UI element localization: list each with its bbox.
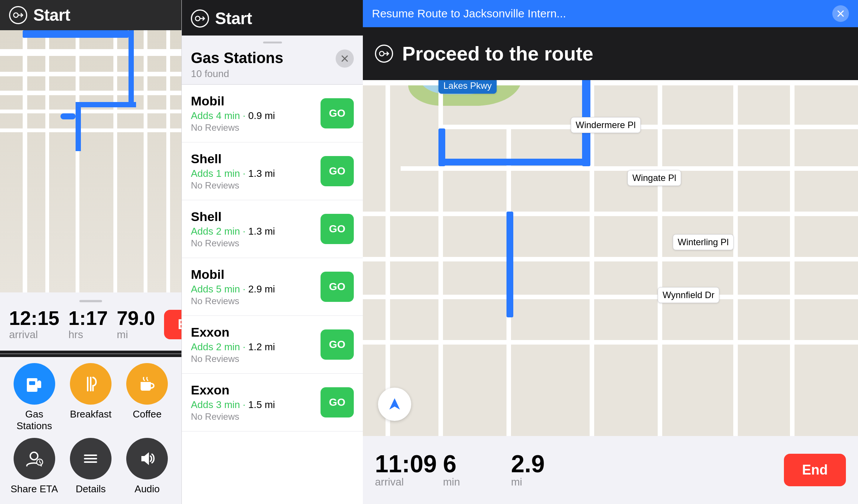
shortcut-details[interactable]: Details [65, 438, 116, 495]
share-eta-icon [24, 448, 45, 469]
station-name-0: Mobil [191, 94, 314, 108]
divider-left [0, 354, 181, 354]
svg-rect-5 [37, 385, 41, 388]
sheet-title-group: Gas Stations 10 found [191, 49, 283, 80]
station-adds-text-0: Adds 4 min [191, 110, 240, 121]
bottom-bar-left: 12:15 arrival 1:17 hrs 79.0 mi End [0, 292, 181, 351]
shortcut-coffee[interactable]: Coffee [122, 363, 172, 432]
close-sheet-button[interactable] [336, 49, 354, 68]
wynnfield-dr-label: Wynnfield Dr [658, 287, 719, 303]
sheet-title-row: Gas Stations 10 found [191, 49, 354, 80]
route-right-v2 [438, 128, 445, 166]
station-name-2: Shell [191, 209, 314, 224]
drag-indicator-middle [263, 42, 282, 43]
station-item-2: Shell Adds 2 min · 1.3 mi No Reviews GO [182, 200, 363, 258]
station-name-3: Mobil [191, 267, 314, 282]
station-adds-3: Adds 5 min · 2.9 mi [191, 283, 314, 295]
road-v6 [166, 30, 170, 292]
nav-header-middle: Start [182, 0, 363, 36]
route-right-h2 [438, 159, 590, 165]
route-marker [60, 113, 76, 119]
end-button-right[interactable]: End [784, 454, 846, 486]
road-v3 [76, 30, 79, 292]
road-right-h7 [363, 340, 858, 345]
road-right-h4 [363, 212, 858, 216]
details-icon-circle [70, 438, 112, 479]
winterling-pl-text: Winterling Pl [678, 237, 729, 247]
wingate-pl-text: Wingate Pl [632, 173, 676, 183]
station-adds-text-1: Adds 1 min [191, 168, 240, 179]
arrival-label-right: arrival [375, 476, 404, 488]
go-button-3[interactable]: GO [321, 272, 354, 302]
go-button-1[interactable]: GO [321, 156, 354, 186]
resume-close-button[interactable] [832, 5, 849, 22]
go-button-4[interactable]: GO [321, 329, 354, 360]
shortcut-share-eta[interactable]: Share ETA [9, 438, 59, 495]
nav-arrow-icon [13, 10, 23, 20]
svg-marker-24 [389, 398, 400, 410]
station-dot-2: · [243, 226, 248, 237]
drag-indicator-left [79, 300, 102, 302]
station-info-2: Shell Adds 2 min · 1.3 mi No Reviews [191, 209, 314, 249]
svg-point-16 [195, 16, 200, 21]
station-info-1: Shell Adds 1 min · 1.3 mi No Reviews [191, 152, 314, 191]
sheet-subtitle: 10 found [191, 68, 283, 80]
coffee-icon-circle [126, 363, 168, 405]
road-right-v1 [386, 79, 390, 436]
mi-value-right: 2.9 [511, 452, 545, 476]
panel-left: Start 12:15 arrival 1:17 hrs 79.0 mi End [0, 0, 181, 504]
audio-icon [137, 448, 158, 469]
location-button[interactable] [378, 388, 411, 421]
shortcut-breakfast[interactable]: Breakfast [65, 363, 116, 432]
route-segment-4 [76, 102, 81, 151]
station-dot-0: · [243, 110, 248, 121]
station-list: Mobil Adds 4 min · 0.9 mi No Reviews GO … [182, 85, 363, 431]
proceed-bar[interactable]: Proceed to the route [363, 27, 858, 80]
mi-label: mi [117, 329, 155, 341]
nav-title-middle: Start [215, 9, 252, 28]
station-adds-text-5: Adds 3 min [191, 399, 240, 410]
station-item-5: Exxon Adds 3 min · 1.5 mi No Reviews GO [182, 374, 363, 431]
hrs-stat: 1:17 hrs [68, 308, 108, 341]
route-segment-2 [129, 30, 134, 106]
svg-marker-15 [141, 452, 149, 465]
road-right-v5 [658, 79, 662, 436]
arrival-value-right: 11:09 [375, 452, 437, 476]
station-adds-text-2: Adds 2 min [191, 226, 240, 237]
gas-stations-label: Gas Stations [9, 408, 59, 432]
station-dist-2: 1.3 mi [248, 226, 275, 237]
resume-close-icon [836, 9, 845, 18]
station-dot-5: · [243, 399, 248, 410]
audio-label: Audio [135, 483, 160, 495]
details-icon [80, 448, 101, 469]
coffee-icon [137, 374, 158, 394]
share-eta-icon-circle [14, 438, 55, 479]
lakes-pkwy-label: Lakes Pkwy [438, 78, 497, 94]
lakes-pkwy-text: Lakes Pkwy [443, 80, 492, 91]
arrival-stat-right: 11:09 arrival [375, 452, 443, 488]
go-button-2[interactable]: GO [321, 214, 354, 244]
station-dist-4: 1.2 mi [248, 341, 275, 352]
station-dot-1: · [243, 168, 248, 179]
stats-row-left: 12:15 arrival 1:17 hrs 79.0 mi End [9, 308, 172, 341]
station-item-1: Shell Adds 1 min · 1.3 mi No Reviews GO [182, 142, 363, 200]
shortcut-audio[interactable]: Audio [122, 438, 172, 495]
go-button-5[interactable]: GO [321, 387, 354, 417]
station-dist-5: 1.5 mi [248, 399, 275, 410]
go-button-0[interactable]: GO [321, 98, 354, 128]
min-label-right: min [443, 476, 460, 488]
mi-stat-right: 2.9 mi [511, 452, 579, 488]
windermere-pl-label: Windermere Pl [571, 117, 641, 133]
station-dist-3: 2.9 mi [248, 283, 275, 295]
road-right-h2 [438, 125, 858, 129]
shortcuts-grid: Gas Stations Breakfast [0, 357, 181, 504]
proceed-icon [375, 45, 393, 63]
winterling-pl-label: Winterling Pl [673, 234, 734, 250]
gas-stations-icon-circle [14, 363, 55, 405]
wynnfield-dr-text: Wynnfield Dr [663, 290, 714, 300]
station-dist-0: 0.9 mi [248, 110, 275, 121]
shortcut-gas-stations[interactable]: Gas Stations [9, 363, 59, 432]
nav-title-left: Start [33, 6, 70, 25]
hrs-label: hrs [68, 329, 108, 341]
station-dist-1: 1.3 mi [248, 168, 275, 179]
